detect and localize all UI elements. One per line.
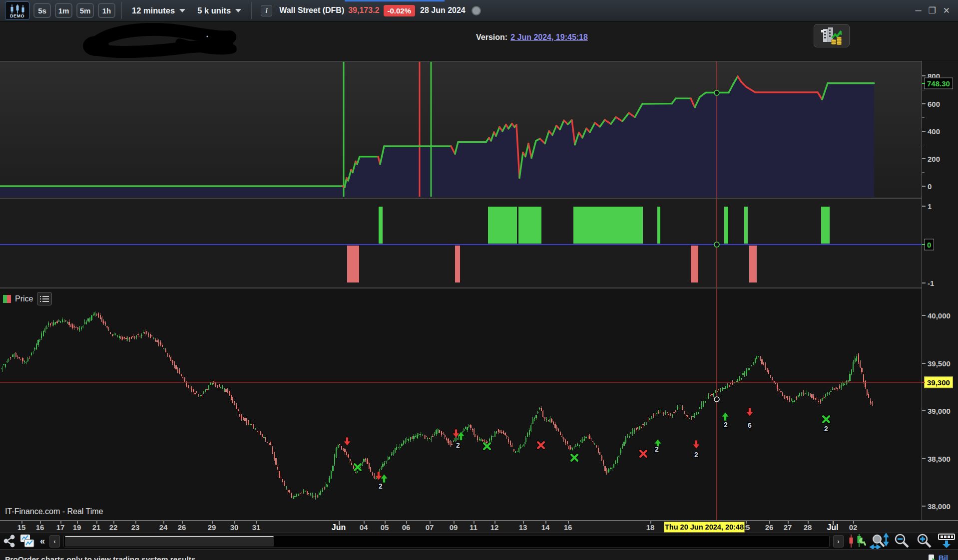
chevron-down-icon bbox=[235, 9, 241, 12]
instrument-name[interactable]: Wall Street (DFB) bbox=[279, 6, 344, 15]
x-axis-label: 26 bbox=[178, 523, 186, 532]
crosshair-equity-point bbox=[714, 90, 719, 95]
price-series-swatch-icon bbox=[3, 295, 11, 303]
x-axis-tick bbox=[853, 521, 854, 524]
equity-current-value-box: 748.30 bbox=[924, 78, 953, 89]
x-axis-tick bbox=[182, 521, 183, 524]
y-axis-tick bbox=[922, 186, 926, 187]
x-axis-tick bbox=[21, 521, 22, 524]
y-axis-tick bbox=[922, 75, 926, 76]
timeframe-5s-button[interactable]: 5s bbox=[33, 3, 51, 18]
collapse-toolbar-icon[interactable]: « bbox=[40, 536, 45, 546]
timeframe-5m-button[interactable]: 5m bbox=[76, 3, 94, 18]
timeframe-1h-button[interactable]: 1h bbox=[98, 3, 115, 18]
version-row: Version:2 Jun 2024, 19:45:18 bbox=[476, 33, 588, 42]
minimize-button[interactable]: ─ bbox=[915, 6, 921, 15]
x-axis-tick bbox=[234, 521, 235, 524]
x-axis-label: 21 bbox=[92, 523, 101, 532]
y-axis-minor-tick bbox=[922, 117, 925, 118]
x-axis-tick bbox=[385, 521, 386, 524]
chart-scrollbar[interactable] bbox=[63, 535, 830, 548]
x-axis-tick bbox=[212, 521, 213, 524]
corner-link[interactable]: Bil bbox=[928, 554, 948, 560]
x-axis-tick bbox=[769, 521, 770, 524]
status-dot bbox=[472, 6, 481, 15]
x-axis-label: 23 bbox=[131, 523, 140, 532]
time-axis[interactable]: 151617192122232426293031Jun0405060709111… bbox=[0, 520, 958, 533]
close-button[interactable]: ✕ bbox=[943, 6, 950, 15]
x-axis-tick bbox=[96, 521, 97, 524]
chart-canvas[interactable]: 2222262 bbox=[0, 61, 922, 520]
x-axis-tick bbox=[788, 521, 789, 524]
zoom-fit-icon[interactable] bbox=[870, 533, 890, 549]
x-axis-label: 18 bbox=[646, 523, 655, 532]
right-price-axis[interactable]: 8006004002000748.301-1040,00039,50039,00… bbox=[922, 61, 958, 520]
trading-system-report-button[interactable] bbox=[814, 24, 850, 47]
y-axis-label: 38,500 bbox=[928, 454, 951, 463]
y-axis-tick bbox=[922, 410, 926, 411]
x-axis-label: 12 bbox=[490, 523, 499, 532]
y-axis-tick bbox=[922, 315, 926, 316]
zoom-out-icon[interactable] bbox=[893, 533, 912, 549]
x-axis-label: 26 bbox=[765, 523, 774, 532]
toolbar-separator bbox=[121, 2, 122, 19]
session-date: 28 Jun 2024 bbox=[420, 6, 466, 15]
x-axis-label: 24 bbox=[159, 523, 168, 532]
current-value-tick bbox=[922, 244, 925, 245]
x-axis-tick bbox=[454, 521, 455, 524]
x-axis-label: 15 bbox=[17, 523, 26, 532]
price-legend: Price bbox=[3, 292, 52, 305]
x-axis-tick bbox=[523, 521, 524, 524]
units-dropdown[interactable]: 5 k units bbox=[193, 6, 245, 15]
restore-button[interactable]: ❐ bbox=[929, 6, 936, 15]
instrument-price: 39,173.2 bbox=[348, 6, 379, 15]
y-axis-tick bbox=[922, 458, 926, 459]
interval-value: 12 minutes bbox=[132, 6, 175, 15]
y-axis-tick bbox=[922, 131, 926, 132]
x-axis-label: 22 bbox=[109, 523, 118, 532]
scrollbar-thumb[interactable] bbox=[65, 536, 274, 547]
version-link[interactable]: 2 Jun 2024, 19:45:18 bbox=[510, 33, 588, 41]
x-axis-label: 28 bbox=[804, 523, 812, 532]
chart-header: Version:2 Jun 2024, 19:45:18 bbox=[0, 22, 958, 60]
info-icon[interactable]: i bbox=[261, 5, 272, 16]
chart-settings-icon[interactable] bbox=[847, 534, 866, 549]
svg-text:2: 2 bbox=[655, 445, 659, 453]
y-axis-tick bbox=[922, 282, 926, 283]
y-axis-tick bbox=[922, 158, 926, 159]
redaction-scribble bbox=[80, 23, 245, 59]
x-axis-label: 11 bbox=[470, 523, 478, 532]
units-value: 5 k units bbox=[197, 6, 231, 15]
x-axis-tick bbox=[135, 521, 136, 524]
toolbar-separator bbox=[251, 2, 252, 19]
y-axis-tick bbox=[922, 206, 926, 207]
x-axis-tick bbox=[406, 521, 407, 524]
zoom-in-icon[interactable] bbox=[916, 533, 935, 549]
share-icon[interactable] bbox=[3, 535, 16, 548]
show-panel-below-icon[interactable] bbox=[938, 534, 955, 549]
x-axis-tick bbox=[163, 521, 164, 524]
interval-dropdown[interactable]: 12 minutes bbox=[128, 6, 189, 15]
x-axis-label: 02 bbox=[849, 523, 858, 532]
current-value-tick bbox=[922, 382, 925, 383]
scroll-right-button[interactable]: › bbox=[833, 535, 844, 548]
y-axis-minor-tick bbox=[922, 172, 925, 173]
x-axis-tick bbox=[430, 521, 431, 524]
x-axis-label: 31 bbox=[252, 523, 261, 532]
chart-windows-icon[interactable] bbox=[19, 534, 35, 549]
timeframe-1m-button[interactable]: 1m bbox=[55, 3, 72, 18]
x-axis-tick bbox=[77, 521, 78, 524]
x-axis-tick bbox=[60, 521, 61, 524]
app-logo[interactable]: DEMO bbox=[5, 1, 29, 20]
crosshair-position-point bbox=[714, 242, 719, 247]
version-label: Version: bbox=[476, 33, 507, 41]
x-axis-label: 09 bbox=[450, 523, 458, 532]
x-axis-label: 05 bbox=[381, 523, 389, 532]
y-axis-tick bbox=[922, 363, 926, 364]
active-tab-indicator bbox=[345, 0, 445, 1]
x-axis-label: 29 bbox=[208, 523, 216, 532]
scroll-left-button[interactable]: ‹ bbox=[49, 535, 60, 548]
indicator-list-button[interactable] bbox=[37, 292, 52, 305]
x-axis-tick bbox=[494, 521, 495, 524]
x-axis-label: 13 bbox=[519, 523, 527, 532]
